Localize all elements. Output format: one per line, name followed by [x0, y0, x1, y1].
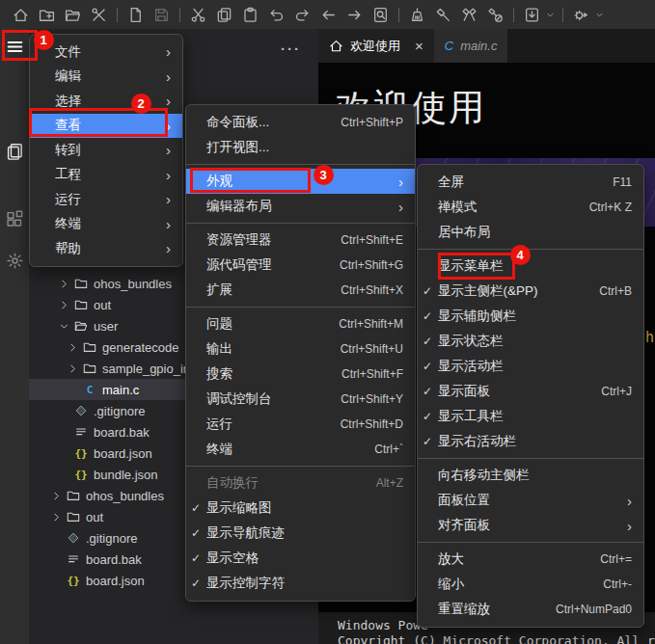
activity-menu-hamburger-button[interactable] — [0, 38, 29, 56]
menu-item-选择[interactable]: 选择› — [30, 89, 182, 114]
build-stop-button[interactable] — [482, 2, 508, 27]
submenu-chevron-icon: › — [166, 143, 171, 157]
menu-item-运行[interactable]: 运行› — [30, 187, 182, 212]
more-actions-icon[interactable]: ··· — [281, 40, 301, 57]
menu-item-帮助[interactable]: 帮助› — [30, 236, 182, 261]
back-button[interactable] — [315, 2, 341, 27]
activity-explorer-files-button[interactable] — [0, 143, 29, 161]
activity-extensions-button[interactable] — [0, 210, 29, 228]
rebuild-button[interactable] — [456, 2, 482, 27]
menu-item-label: 查看 — [55, 117, 156, 134]
menu-item-运行[interactable]: 运行Ctrl+Shift+D — [186, 412, 415, 437]
menu-item-显示主侧栏(&PP)[interactable]: ✓显示主侧栏(&PP)Ctrl+B — [418, 279, 643, 304]
menu-item-编辑[interactable]: 编辑› — [30, 65, 182, 90]
menu-item-label: 编辑器布局 — [206, 198, 389, 215]
menu-item-调试控制台[interactable]: 调试控制台Ctrl+Shift+Y — [186, 387, 415, 412]
chevron-down-icon[interactable] — [545, 2, 558, 27]
menu-item-资源管理器[interactable]: 资源管理器Ctrl+Shift+E — [186, 228, 415, 253]
menu-item-shortcut: Ctrl+Shift+P — [341, 116, 403, 129]
tab-label: main.c — [460, 39, 497, 53]
menu-item-问题[interactable]: 问题Ctrl+Shift+M — [186, 311, 415, 336]
menu-item-shortcut: Ctrl+Shift+U — [341, 342, 403, 356]
menu-item-显示缩略图[interactable]: ✓显示缩略图 — [186, 496, 415, 521]
menu-item-shortcut: Ctrl+Shift+M — [339, 317, 403, 331]
json-icon: {} — [72, 469, 90, 481]
menu-item-shortcut: Ctrl+= — [600, 552, 632, 566]
submenu-chevron-icon: › — [166, 241, 171, 255]
menu-item-禅模式[interactable]: 禅模式Ctrl+K Z — [418, 195, 643, 220]
menu-separator — [186, 466, 415, 467]
new-folder-button[interactable] — [34, 2, 60, 27]
forward-button[interactable] — [341, 2, 368, 27]
build-button[interactable] — [430, 2, 456, 27]
menu-item-向右移动主侧栏[interactable]: 向右移动主侧栏 — [418, 463, 643, 488]
menu-item-全屏[interactable]: 全屏F11 — [418, 170, 643, 195]
menu-item-显示状态栏[interactable]: ✓显示状态栏 — [418, 329, 643, 354]
debug-run-button[interactable] — [568, 2, 594, 27]
menu-item-源代码管理[interactable]: 源代码管理Ctrl+Shift+G — [186, 253, 415, 278]
menu-item-文件[interactable]: 文件› — [30, 40, 182, 65]
menu-item-缩小[interactable]: 缩小Ctrl+- — [418, 572, 643, 597]
menu-item-shortcut: Ctrl+NumPad0 — [556, 603, 632, 616]
menu-item-显示右活动栏[interactable]: ✓显示右活动栏 — [418, 429, 643, 454]
menu-item-显示空格[interactable]: ✓显示空格 — [186, 546, 415, 571]
chevron-right-icon — [48, 511, 65, 523]
menu-item-label: 显示右活动栏 — [438, 433, 632, 450]
copy-button[interactable] — [211, 2, 237, 27]
menu-item-label: 终端 — [55, 215, 156, 232]
menu-item-显示菜单栏[interactable]: 显示菜单栏 — [418, 254, 643, 279]
menu-item-扩展[interactable]: 扩展Ctrl+Shift+X — [186, 278, 415, 303]
menu-item-输出[interactable]: 输出Ctrl+Shift+U — [186, 336, 415, 362]
menu-item-显示辅助侧栏[interactable]: ✓显示辅助侧栏 — [418, 304, 643, 329]
menu-item-重置缩放[interactable]: 重置缩放Ctrl+NumPad0 — [418, 597, 643, 622]
menu-item-显示导航痕迹[interactable]: ✓显示导航痕迹 — [186, 521, 415, 546]
undo-button[interactable] — [263, 2, 289, 27]
paste-button[interactable] — [237, 2, 263, 27]
menu-item-显示面板[interactable]: ✓显示面板Ctrl+J — [418, 379, 643, 404]
menu-item-显示工具栏[interactable]: ✓显示工具栏 — [418, 404, 643, 429]
menu-item-终端[interactable]: 终端Ctrl+` — [186, 437, 415, 462]
menu-item-显示控制字符[interactable]: ✓显示控制字符 — [186, 571, 415, 596]
tree-item-label: .gitignore — [86, 531, 137, 546]
home-button[interactable] — [8, 2, 34, 27]
menu-item-打开视图...[interactable]: 打开视图... — [186, 135, 415, 160]
menu-item-搜索[interactable]: 搜索Ctrl+Shift+F — [186, 362, 415, 387]
menu-item-居中布局[interactable]: 居中布局 — [418, 220, 643, 245]
menu-main: 文件›编辑›选择›查看›转到›工程›运行›终端›帮助› — [29, 34, 183, 267]
menu-item-label: 显示工具栏 — [438, 408, 632, 425]
file-search-button[interactable] — [368, 2, 394, 27]
menu-item-转到[interactable]: 转到› — [30, 138, 182, 163]
menu-item-放大[interactable]: 放大Ctrl+= — [418, 547, 643, 572]
menu-item-查看[interactable]: 查看› — [30, 114, 182, 139]
menu-separator — [418, 249, 643, 250]
tab-欢迎使用[interactable]: 欢迎使用× — [318, 29, 434, 63]
menu-item-label: 显示辅助侧栏 — [438, 308, 632, 325]
menu-item-外观[interactable]: 外观› — [186, 169, 415, 194]
toolbar-separator — [179, 8, 180, 22]
close-tab-icon[interactable]: × — [415, 39, 423, 53]
tools-button[interactable] — [86, 2, 112, 27]
clean-button[interactable] — [404, 2, 430, 27]
menu-item-终端[interactable]: 终端› — [30, 212, 182, 237]
tab-main.c[interactable]: Cmain.c — [434, 29, 508, 63]
save-button[interactable] — [149, 2, 175, 27]
new-file-button[interactable] — [123, 2, 149, 27]
download-button[interactable] — [519, 2, 545, 27]
redo-button[interactable] — [289, 2, 315, 27]
submenu-chevron-icon: › — [166, 168, 171, 182]
menu-item-显示活动栏[interactable]: ✓显示活动栏 — [418, 354, 643, 379]
chevron-down-icon — [56, 320, 72, 333]
open-folder-button[interactable] — [60, 2, 86, 27]
menu-item-面板位置[interactable]: 面板位置› — [418, 488, 643, 513]
activity-settings-gear-button[interactable] — [0, 252, 29, 270]
menu-item-工程[interactable]: 工程› — [30, 163, 182, 188]
menu-item-编辑器布局[interactable]: 编辑器布局› — [186, 194, 415, 219]
menu-item-对齐面板[interactable]: 对齐面板› — [418, 513, 643, 538]
cut-button[interactable] — [185, 2, 211, 27]
c-file-icon: C — [445, 39, 453, 53]
chevron-down-icon[interactable] — [594, 2, 607, 27]
menu-item-label: 工程 — [55, 166, 156, 183]
menu-item-命令面板...[interactable]: 命令面板...Ctrl+Shift+P — [186, 110, 415, 135]
menu-item-label: 运行 — [55, 191, 156, 208]
checkmark-icon: ✓ — [418, 385, 438, 398]
